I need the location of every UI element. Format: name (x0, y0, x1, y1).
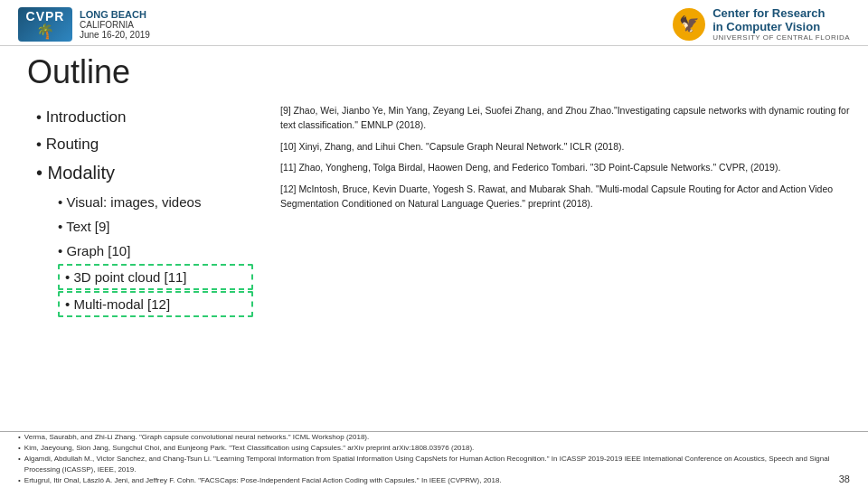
conference-info: LONG BEACH CALIFORNIA June 16-20, 2019 (80, 9, 150, 40)
ref-9: [9] Zhao, Wei, Jianbo Ye, Min Yang, Zeya… (280, 104, 850, 133)
ref-10-text: [10] Xinyi, Zhang, and Lihui Chen. "Caps… (280, 141, 624, 152)
footer: • Verma, Saurabh, and Zhi-Li Zhang. "Gra… (0, 431, 868, 486)
modality-sub-list: Visual: images, videos Text [9] Graph [1… (36, 190, 253, 317)
footer-bullet-2: • (18, 443, 21, 454)
ref-10: [10] Xinyi, Zhang, and Lihui Chen. "Caps… (280, 140, 850, 155)
footer-bullet-4: • (18, 475, 21, 486)
ucf-subtitle: UNIVERSITY OF CENTRAL FLORIDA (712, 33, 850, 42)
logo-left: CVPR 🌴 LONG BEACH CALIFORNIA June 16-20,… (18, 7, 150, 42)
sub-item-multimodal: Multi-modal [12] (58, 291, 253, 317)
sub-item-text: Text [9] (58, 214, 253, 239)
cvpr-text: CVPR (26, 10, 65, 23)
references-column: [9] Zhao, Wei, Jianbo Ye, Min Yang, Zeya… (271, 97, 850, 318)
palm-icon: 🌴 (36, 23, 54, 40)
sub-item-graph: Graph [10] (58, 239, 253, 263)
sub-item-visual: Visual: images, videos (58, 190, 253, 214)
ref-12-text: [12] McIntosh, Bruce, Kevin Duarte, Yoge… (280, 183, 833, 209)
outline-list: Introduction Routing • Modality Visual: … (18, 97, 253, 318)
footer-bullet-3: • (18, 454, 21, 475)
footer-text-3: Algamdi, Abdullah M., Victor Sanchez, an… (24, 454, 850, 475)
logo-right: 🦅 Center for Research in Computer Vision… (673, 7, 850, 42)
ref-11: [11] Zhao, Yongheng, Tolga Birdal, Haowe… (280, 161, 850, 175)
ref-9-text: [9] Zhao, Wei, Jianbo Ye, Min Yang, Zeya… (280, 105, 849, 130)
footer-text-1: Verma, Saurabh, and Zhi-Li Zhang. "Graph… (24, 432, 369, 443)
page-number: 38 (839, 474, 850, 484)
footer-text-2: Kim, Jaeyoung, Sion Jang, Sungchul Choi,… (24, 443, 475, 454)
footer-item-1: • Verma, Saurabh, and Zhi-Li Zhang. "Gra… (18, 432, 850, 443)
ucf-icon: 🦅 (673, 8, 705, 41)
footer-item-4: • Ertugrul, Itir Onal, László A. Jeni, a… (18, 475, 850, 486)
outline-item-routing: Routing (36, 131, 253, 158)
ref-12: [12] McIntosh, Bruce, Kevin Duarte, Yoge… (280, 183, 850, 211)
ucf-text-block: Center for Research in Computer Vision U… (712, 7, 850, 42)
outline-item-introduction: Introduction (36, 104, 253, 131)
sub-item-3d: 3D point cloud [11] (58, 264, 253, 290)
page-title: Outline (0, 46, 868, 97)
header: CVPR 🌴 LONG BEACH CALIFORNIA June 16-20,… (0, 0, 868, 46)
main-content: Introduction Routing • Modality Visual: … (0, 97, 868, 318)
footer-item-2: • Kim, Jaeyoung, Sion Jang, Sungchul Cho… (18, 443, 850, 454)
footer-item-3: • Algamdi, Abdullah M., Victor Sanchez, … (18, 454, 850, 475)
outline-item-modality: • Modality (36, 158, 253, 188)
footer-bullet-1: • (18, 432, 21, 443)
conference-state: CALIFORNIA (80, 20, 150, 30)
cvpr-logo: CVPR 🌴 (18, 7, 72, 42)
conference-city: LONG BEACH (80, 9, 150, 20)
conference-dates: June 16-20, 2019 (80, 30, 150, 40)
ucf-title-line1: Center for Research (712, 7, 850, 20)
ucf-title-line2: in Computer Vision (712, 21, 850, 33)
ref-11-text: [11] Zhao, Yongheng, Tolga Birdal, Haowe… (280, 162, 780, 173)
footer-text-4: Ertugrul, Itir Onal, László A. Jeni, and… (24, 475, 502, 486)
